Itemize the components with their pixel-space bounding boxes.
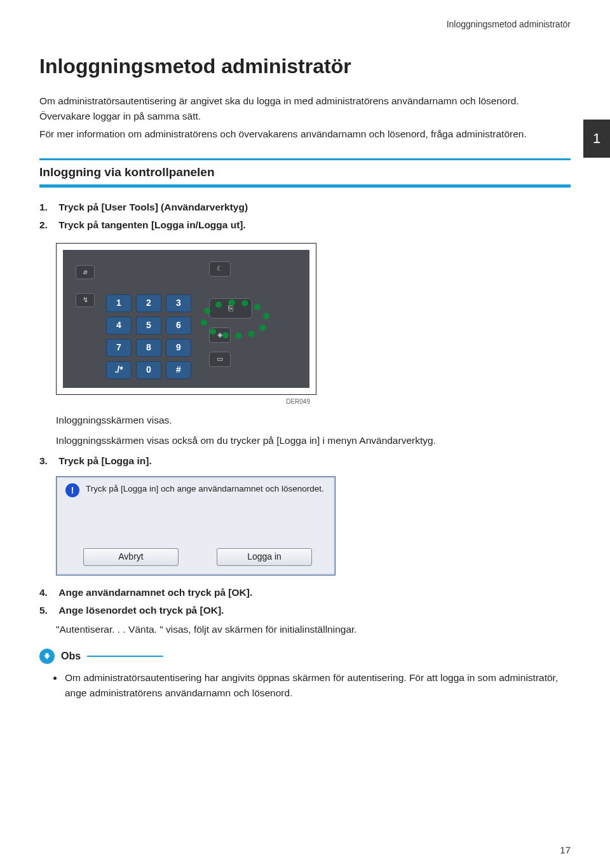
page-number: 17 [560,844,571,855]
step-3-text: Tryck på [Logga in]. [58,455,151,466]
key-1: 1 [106,294,132,312]
section-heading-text: Inloggning via kontrollpanelen [39,160,571,184]
login-dialog-illustration: ! Tryck på [Logga in] och ange användarn… [56,476,571,575]
running-header: Inloggningsmetod administratör [39,19,571,29]
dialog-message: Tryck på [Logga in] och ange användarnam… [86,483,324,495]
intro-paragraph-1: Om administratörsautentisering är angive… [39,93,571,124]
step-1-text: Tryck på [User Tools] (Användarverktyg) [58,202,248,212]
key-9: 9 [166,339,191,357]
numeric-keypad: 1 2 3 4 5 6 7 8 9 ./* 0 # [106,294,191,379]
key-8: 8 [136,339,161,357]
note-label: Obs [55,651,87,662]
key-6: 6 [166,317,191,334]
post-panel-text-2: Inloggningsskärmen visas också om du try… [39,432,571,449]
info-icon: ! [65,483,79,497]
login-logout-key: ⎘ [209,298,252,319]
key-hash: # [166,361,191,379]
step-1-number: 1. [39,199,56,216]
step-3-number: 3. [39,453,56,469]
panel-fn-button-moon: ☾ [209,261,231,277]
post-panel-text-1: Inloggningsskärmen visas. [39,412,571,429]
key-0: 0 [136,361,161,379]
down-arrow-icon [39,649,55,664]
panel-side-button-1: ⌀ [76,265,95,279]
dialog-cancel-button: Avbryt [83,548,179,566]
note-bullets: Om administratörsautentisering har angiv… [39,670,571,701]
step-2-text: Tryck på tangenten [Logga in/Logga ut]. [58,219,246,230]
key-4: 4 [106,317,132,334]
post-step5-text: "Autentiserar. . . Vänta. " visas, följt… [39,621,571,638]
image-reference-label: DER049 [56,396,316,407]
steps-list: 1. Tryck på [User Tools] (Användarverkty… [39,199,571,638]
page-title: Inloggningsmetod administratör [39,55,571,78]
step-2-number: 2. [39,217,56,233]
panel-fn-button-diamond: ◈ [209,327,231,343]
control-panel-illustration: ⌀ ↯ 1 2 3 4 5 6 7 8 9 ./* 0 # [56,243,571,407]
key-3: 3 [166,294,191,312]
step-5-number: 5. [39,602,56,619]
section-heading: Inloggning via kontrollpanelen [39,158,571,188]
chapter-tab: 1 [583,120,610,158]
panel-fn-button-square: ▭ [209,352,231,367]
panel-side-button-2: ↯ [76,293,95,307]
note-callout: Obs [39,649,571,664]
key-5: 5 [136,317,161,334]
key-7: 7 [106,339,132,357]
step-4-text: Ange användarnamnet och tryck på [OK]. [58,587,252,598]
key-star: ./* [106,361,132,379]
step-4-number: 4. [39,584,56,601]
key-2: 2 [136,294,161,312]
step-5-text: Ange lösenordet och tryck på [OK]. [58,605,224,616]
intro-paragraph-2: För mer information om administratörens … [39,127,571,142]
intro-block: Om administratörsautentisering är angive… [39,93,571,142]
note-bullet-1: Om administratörsautentisering har angiv… [64,670,571,701]
dialog-login-button: Logga in [217,548,312,566]
